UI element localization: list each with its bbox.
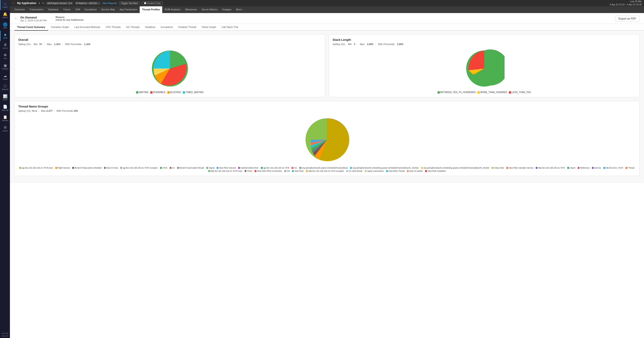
web-icon: 🌐: [3, 22, 8, 27]
tab-app-parameters[interactable]: App Parameters: [117, 6, 140, 13]
subtab-finalizer-thread[interactable]: Finalizer Thread: [176, 24, 199, 31]
tab-service-map[interactable]: Service Map: [99, 6, 117, 13]
tab-traces[interactable]: Traces: [61, 6, 73, 13]
content-area: Overall Splitup (%): Min57 | Max 1,424 |…: [10, 31, 644, 183]
sidebar-item-rum[interactable]: 📊 RUM: [0, 92, 10, 103]
tng-legend-item: JTDS: [160, 167, 168, 169]
overall-pie-chart: [18, 48, 321, 89]
k8s-icon: ☸: [4, 53, 7, 57]
subtab-deadlock[interactable]: Deadlock: [142, 24, 158, 31]
tng-box: Thread Name Groups Splitup (%): Min1 | M…: [14, 101, 640, 176]
tng-legend-item: org.springframework.scheduling.quartz.Sc…: [421, 167, 490, 169]
overall-chart-title: Overall: [18, 38, 321, 41]
tab-thread-profiles[interactable]: Thread Profiles: [140, 6, 162, 13]
tng-legend-item: GC: [292, 167, 297, 169]
export-pdf-button[interactable]: Export as PDF: [615, 16, 640, 22]
subtab-flame-graph[interactable]: Flame Graph: [199, 24, 219, 31]
subtab-transitive-graph[interactable]: Transitive Graph: [48, 24, 72, 31]
alarms-icon: 🔔: [3, 12, 8, 16]
sidebar-item-web[interactable]: 🌐 Web: [0, 20, 10, 31]
tng-legend-item: New IO worker: [407, 170, 423, 172]
ip-address-badge: IP Address : 198.162....: [75, 2, 101, 5]
tab-rum-analytics[interactable]: RUM Analytics: [162, 6, 183, 13]
reports-icon: 📋: [3, 115, 8, 119]
page-header: ← On Demand Apr 2, 2024 4:18:45 PM Reaso…: [10, 13, 644, 24]
sidebar-label-applogs: AppLogs: [2, 109, 9, 111]
sidebar-label-cloud: Cloud: [3, 78, 8, 80]
view-reports-link[interactable]: View Reports: [102, 2, 117, 4]
tab-outages[interactable]: Outages: [220, 6, 234, 13]
legend-more-than-hundred: MORE_THAN_HUNDRED: [478, 91, 507, 94]
sidebar: ⌂ Home 🔔 Alarms 🌐 Web ◈ APM 🖥 Server ☸ K…: [0, 0, 10, 338]
tng-legend-item: New Relic Deadlock: [425, 170, 446, 172]
apm-icon: ◈: [4, 32, 6, 37]
tng-legend-item: VM: [284, 170, 290, 172]
reason-section: Reason check for any bottlenecks: [56, 16, 84, 21]
incident-chat-button[interactable]: 💬 Incident Chat: [142, 1, 163, 5]
sidebar-item-alarms[interactable]: 🔔 Alarms: [0, 10, 10, 20]
tng-pie-chart: [18, 115, 636, 165]
tab-more[interactable]: More ↓: [234, 6, 246, 13]
sidebar-label-web: Web: [4, 27, 7, 29]
sidebar-item-applogs[interactable]: 📄 AppLogs: [0, 103, 10, 113]
trigger-alert-button[interactable]: Trigger Test Alert: [119, 1, 140, 5]
subtab-last-executed-methods[interactable]: Last Executed Methods: [72, 24, 103, 31]
vmware-icon: ▣: [4, 63, 7, 68]
sidebar-label-home: Home: [3, 6, 8, 8]
page-back-button[interactable]: ←: [14, 16, 18, 20]
subtab-exceptions[interactable]: Exceptions: [158, 24, 176, 31]
sidebar-label-reports: Reports: [2, 120, 8, 122]
sidebar-item-k8s[interactable]: ☸ K8s: [0, 51, 10, 61]
sidebar-item-cloud[interactable]: ☁ Cloud: [0, 72, 10, 82]
sidebar-item-apm[interactable]: ◈ APM: [0, 31, 10, 41]
tab-milestones[interactable]: Milestones: [183, 6, 200, 13]
sidebar-item-admin[interactable]: ⚙ Admin: [0, 124, 10, 134]
tng-legend-item: ajp-bio-192.168.100.41-7078-exec: [20, 167, 53, 169]
sidebar-label-network: Network: [2, 89, 8, 91]
stack-pie-chart: [332, 48, 636, 89]
subtab-thread-count-summary[interactable]: Thread Count Summary: [14, 24, 48, 31]
incident-chat-icon: 💬: [144, 2, 146, 4]
tab-exceptions[interactable]: Exceptions: [82, 6, 99, 13]
tng-legend-item: Apply Commission: [365, 170, 384, 172]
topbar-refresh-button[interactable]: ↻: [42, 2, 44, 5]
rum-icon: 📊: [3, 94, 8, 98]
tng-legend-item: ajp-bio-192.168.100.41-7078: [261, 167, 290, 169]
tab-overview[interactable]: Overview: [12, 6, 27, 13]
tng-legend-item: Hashed wheel timer: [238, 167, 258, 169]
server-icon: 🖥: [4, 43, 7, 47]
tab-jvm[interactable]: JVM: [73, 6, 82, 13]
home-icon: ⌂: [4, 2, 6, 6]
legend-runnable: RUNNABLE: [150, 91, 166, 94]
tab-transactions[interactable]: Transactions: [27, 6, 46, 13]
topbar-back-button[interactable]: ←: [12, 1, 15, 5]
tng-legend-item: New IO boss: [104, 167, 118, 169]
sidebar-item-reports[interactable]: 📋 Reports: [0, 113, 10, 124]
sidebar-item-network[interactable]: ⬡ Network: [0, 82, 10, 92]
stack-chart-stats: Splitup (%): Min3 | Max 2,804 | 95th Per…: [332, 43, 636, 45]
overall-chart-box: Overall Splitup (%): Min57 | Max 1,424 |…: [14, 34, 325, 97]
tng-legend-item: BoneCP-pool-watch-thread: [177, 167, 204, 169]
sidebar-item-vmware[interactable]: ▣ VMware: [0, 61, 10, 72]
topbar-app-title: My Application: [17, 1, 36, 5]
subtab-gc-threads[interactable]: GC Threads: [124, 24, 142, 31]
tng-legend-item: org.springframework.quartz.SchedulerFact…: [300, 167, 348, 169]
sidebar-label-vmware: VMware: [2, 68, 8, 70]
legend-waiting: WAITING: [136, 91, 148, 94]
subtab-cpu-threads[interactable]: CPU Threads: [103, 24, 124, 31]
tng-legend-item: New Relic Thread: [386, 170, 404, 172]
tng-legend-item: Timer: [244, 170, 252, 172]
legend-less-than-ten: LESS_THAN_TEN: [509, 91, 531, 94]
sidebar-item-server[interactable]: 🖥 Server: [0, 41, 10, 51]
tng-legend-item: http-bio-192.168.100.41-7075: [536, 167, 565, 169]
overall-chart-legend: WAITING RUNNABLE BLOCKED TIMED_WAITING: [18, 91, 321, 94]
topbar-dropdown-button[interactable]: ▼: [38, 2, 40, 4]
applogs-icon: 📄: [3, 105, 8, 109]
stack-chart-legend: BETWEEN_TEN_TO_HUNDERED MORE_THAN_HUNDRE…: [332, 91, 636, 94]
subtab-call-stack-tree[interactable]: Call Stack Tree: [219, 24, 241, 31]
tng-legend-item: GC task thread: [346, 170, 362, 172]
tng-legend-item: C2: [170, 167, 175, 169]
tab-server-metrics[interactable]: Server Metrics: [199, 6, 220, 13]
sidebar-item-home[interactable]: ⌂ Home: [0, 0, 10, 10]
tab-database[interactable]: Database: [46, 6, 61, 13]
